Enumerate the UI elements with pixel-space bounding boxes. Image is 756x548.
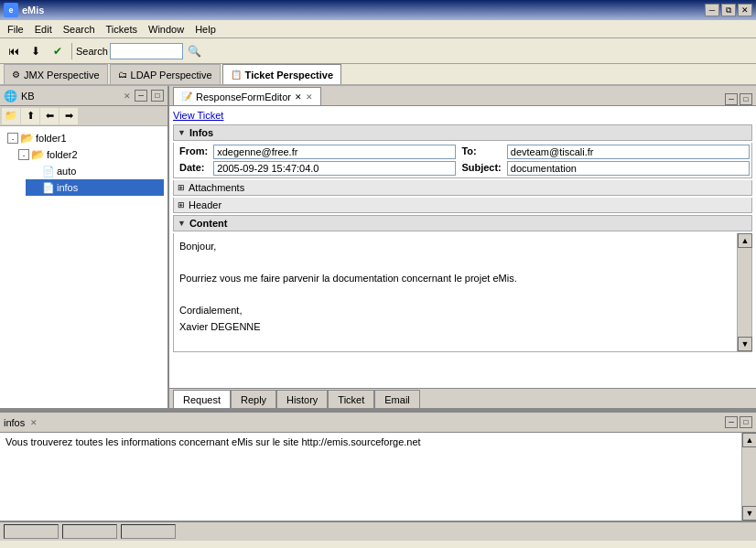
perspective-tab-bar: ⚙ JMX Perspective 🗂 LDAP Perspective 📋 T… <box>0 64 756 86</box>
scroll-down-button[interactable]: ▼ <box>738 337 752 351</box>
editor-bottom-tab-bar: Request Reply History Ticket Email <box>169 388 756 408</box>
editor-panel-ctrl: ─ □ <box>725 93 752 105</box>
expand-folder2[interactable]: - <box>18 149 29 160</box>
kb-toolbar: 📁 ⬆ ⬅ ➡ <box>0 106 167 126</box>
status-bar <box>0 521 756 541</box>
header-toggle-icon: ⊞ <box>178 200 185 210</box>
infos-section-title: Infos <box>189 127 213 138</box>
menu-edit[interactable]: Edit <box>29 22 58 37</box>
infos-scrollbar: ▲ ▼ <box>741 433 756 521</box>
expand-folder1[interactable]: - <box>7 133 18 144</box>
search-label: Search <box>76 46 108 57</box>
content-section-title: Content <box>189 218 228 229</box>
toolbar-check-button[interactable]: ✔ <box>48 41 68 61</box>
menu-search[interactable]: Search <box>58 22 101 37</box>
tab-ldap-perspective[interactable]: 🗂 LDAP Perspective <box>110 64 221 84</box>
infos-grid: From: xdegenne@free.fr To: devteam@tisca… <box>173 143 752 178</box>
kb-panel-title: KB <box>21 91 116 102</box>
toolbar: ⏮ ⬇ ✔ Search 🔍 <box>0 38 756 64</box>
subject-value: documentation <box>507 161 750 176</box>
kb-forward-button[interactable]: ➡ <box>59 108 78 124</box>
editor-maximize-button[interactable]: □ <box>740 93 752 105</box>
attachments-label: Attachments <box>189 182 244 193</box>
subject-label: Subject: <box>458 161 504 176</box>
tree-item-folder1[interactable]: - 📂 folder1 <box>4 130 164 146</box>
scroll-up-button[interactable]: ▲ <box>738 233 752 248</box>
kb-up-button[interactable]: ⬆ <box>21 108 39 124</box>
date-label: Date: <box>176 161 211 176</box>
toolbar-separator <box>71 43 72 59</box>
app-icon: e <box>4 3 18 17</box>
editor-tab-bar: 📝 ResponseFormEditor ✕ ✕ ─ □ <box>169 86 756 106</box>
infos-panel-header: infos ✕ ─ □ <box>0 413 756 433</box>
infos-toggle-icon: ▼ <box>178 128 186 137</box>
tab-request[interactable]: Request <box>173 390 231 408</box>
toolbar-search-area: Search 🔍 <box>76 41 205 61</box>
toolbar-back-button[interactable]: ⏮ <box>4 41 24 61</box>
toolbar-forward-button[interactable]: ⬇ <box>26 41 46 61</box>
content-body-area: Bonjour, Pourriez vous me faire parvenir… <box>173 233 752 352</box>
minimize-button[interactable]: ─ <box>705 4 719 16</box>
menu-file[interactable]: File <box>2 22 29 37</box>
tab-email[interactable]: Email <box>374 390 420 408</box>
kb-maximize-button[interactable]: □ <box>151 90 164 102</box>
split-area: 🌐 KB ✕ ─ □ 📁 ⬆ ⬅ ➡ - 📂 folder1 - 📂 <box>0 86 756 411</box>
close-button[interactable]: ✕ <box>738 4 752 16</box>
tab-jmx-perspective[interactable]: ⚙ JMX Perspective <box>4 64 108 84</box>
title-bar-left: e eMis <box>4 3 44 17</box>
ldap-icon: 🗂 <box>118 70 127 80</box>
kb-tree: - 📂 folder1 - 📂 folder2 📄 auto <box>0 126 167 408</box>
attachments-toggle-icon: ⊞ <box>178 183 185 192</box>
kb-back-button[interactable]: ⬅ <box>40 108 59 124</box>
editor-tab-response[interactable]: 📝 ResponseFormEditor ✕ ✕ <box>173 87 321 105</box>
to-value: devteam@tiscali.fr <box>507 145 750 159</box>
search-button[interactable]: 🔍 <box>185 41 205 61</box>
tree-item-auto[interactable]: 📄 auto <box>26 163 164 179</box>
bottom-infos-panel: infos ✕ ─ □ Vous trouverez toutes les in… <box>0 411 756 521</box>
from-label: From: <box>176 145 211 159</box>
title-bar: e eMis ─ ⧉ ✕ <box>0 0 756 20</box>
response-tab-close[interactable]: ✕ <box>306 92 313 102</box>
infos-scroll-up[interactable]: ▲ <box>742 433 756 447</box>
kb-new-folder-button[interactable]: 📁 <box>2 108 20 124</box>
infos-section-header[interactable]: ▼ Infos <box>173 124 752 141</box>
app-title: eMis <box>22 5 44 16</box>
infos-panel-content: Vous trouverez toutes les informations c… <box>0 433 756 521</box>
tab-reply[interactable]: Reply <box>231 390 276 408</box>
editor-minimize-button[interactable]: ─ <box>725 93 738 105</box>
kb-panel-id: ✕ <box>124 91 131 101</box>
window-controls: ─ ⧉ ✕ <box>705 4 752 16</box>
infos-scroll-down[interactable]: ▼ <box>742 506 756 521</box>
folder1-icon: 📂 <box>20 132 34 145</box>
infos-maximize-button[interactable]: □ <box>740 416 752 428</box>
status-segment-1 <box>4 524 59 539</box>
attachments-header[interactable]: ⊞ Attachments <box>173 180 752 196</box>
scroll-thumb <box>738 248 751 337</box>
jmx-icon: ⚙ <box>12 70 20 80</box>
folder2-icon: 📂 <box>31 148 45 161</box>
response-tab-icon: 📝 <box>181 91 192 102</box>
editor-content: View Ticket ▼ Infos From: xdegenne@free.… <box>169 106 756 388</box>
view-ticket-link[interactable]: View Ticket <box>173 110 223 121</box>
status-segment-2 <box>62 524 117 539</box>
search-input[interactable] <box>110 43 183 59</box>
restore-button[interactable]: ⧉ <box>721 4 736 16</box>
infos-minimize-button[interactable]: ─ <box>725 416 738 428</box>
content-section-header[interactable]: ▼ Content <box>173 215 752 231</box>
tab-history[interactable]: History <box>276 390 328 408</box>
date-value: 2005-09-29 15:47:04.0 <box>213 161 456 176</box>
to-label: To: <box>458 145 504 159</box>
kb-minimize-button[interactable]: ─ <box>135 90 147 102</box>
menu-help[interactable]: Help <box>189 22 221 37</box>
content-body-text: Bonjour, Pourriez vous me faire parvenir… <box>174 233 751 341</box>
tree-item-folder2[interactable]: - 📂 folder2 <box>15 146 164 163</box>
menu-tickets[interactable]: Tickets <box>101 22 143 37</box>
infos-file-icon: 📄 <box>42 182 55 194</box>
tab-ticket[interactable]: Ticket <box>328 390 374 408</box>
header-section-header[interactable]: ⊞ Header <box>173 198 752 213</box>
infos-panel-close[interactable]: ✕ <box>30 418 38 427</box>
tree-item-infos[interactable]: 📄 infos <box>26 179 164 196</box>
kb-panel-header: 🌐 KB ✕ ─ □ <box>0 86 167 106</box>
menu-window[interactable]: Window <box>143 22 189 37</box>
tab-ticket-perspective[interactable]: 📋 Ticket Perspective <box>222 64 341 84</box>
